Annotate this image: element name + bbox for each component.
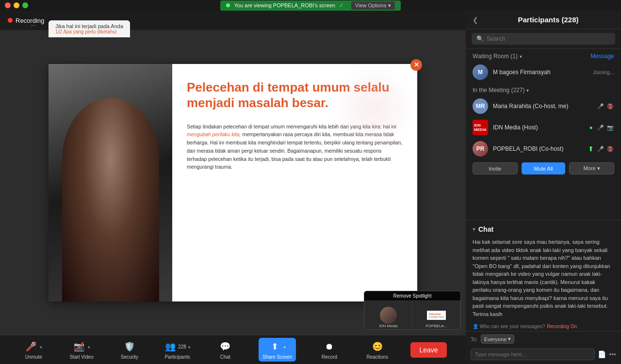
mic-muted-icon: 🎤 — [597, 102, 605, 110]
traffic-lights — [5, 2, 28, 8]
search-icon: 🔍 — [476, 35, 484, 42]
video-off-icon-btn: 📷 — [72, 340, 86, 353]
invite-button[interactable]: Invite — [473, 162, 518, 174]
share-active-icon: ⬆ — [587, 145, 595, 153]
file-icon[interactable]: 📄 — [598, 350, 606, 358]
chat-label: Chat — [220, 354, 230, 360]
search-box: 🔍 — [466, 29, 621, 49]
slide-image-panel — [49, 64, 172, 301]
mic-off-icon: 🎤 — [24, 340, 38, 353]
toolbar-record[interactable]: ⏺ Record — [315, 340, 344, 360]
mini-video-popbela: Pelecehan di tempat umum POPBELA... — [412, 301, 460, 330]
mute-all-button[interactable]: Mute All — [522, 162, 566, 174]
to-everyone-dropdown[interactable]: Everyone ▾ — [481, 334, 514, 344]
participant-list: Waiting Room (1) ▾ Message M M bagoes Fi… — [466, 49, 621, 220]
mini-face-1 — [380, 307, 397, 324]
share-chevron-icon[interactable]: ▲ — [283, 345, 287, 349]
privacy-text: 👤 Who can see your messages? — [473, 324, 545, 329]
slide-back-button[interactable]: ← — [29, 20, 38, 31]
search-input[interactable] — [487, 35, 610, 42]
icons-idn: ● 🎤 📷 — [587, 124, 614, 131]
to-everyone-label: Everyone — [484, 336, 507, 342]
dropdown-chevron-icon: ▾ — [508, 336, 511, 342]
participants-count-badge: 228 — [178, 344, 186, 349]
person-silhouette — [62, 98, 159, 301]
waiting-member-status: Joining... — [593, 69, 614, 75]
unmute-label: Unmute — [25, 354, 42, 360]
dot-active-icon: ● — [587, 124, 595, 131]
icons-maria: 🎤 📵 — [597, 102, 614, 110]
right-panel: ❮ Participants (228) 🔍 Waiting Room (1) … — [466, 11, 621, 364]
close-button[interactable] — [5, 2, 11, 8]
slide-header: Jika hal ini terjadi pada Anda 1/2 Apa y… — [49, 20, 130, 37]
record-label: Record — [322, 354, 337, 360]
remove-spotlight-button[interactable]: Remove Spotlight — [364, 291, 460, 301]
chat-section: ▾ Chat Hai kak selamat sore saya mau ber… — [466, 220, 621, 364]
avatar-initials: M — [478, 69, 483, 76]
waiting-room-header[interactable]: Waiting Room (1) ▾ — [473, 53, 522, 60]
in-meeting-header[interactable]: In the Meeting (227) ▾ — [473, 87, 529, 94]
in-meeting-label: In the Meeting (227) — [473, 87, 524, 94]
share-screen-icon: ⬆ — [268, 340, 282, 353]
panel-chevron-icon: ❮ — [473, 16, 478, 24]
minimize-button[interactable] — [14, 2, 19, 8]
participants-label: Participants — [164, 354, 190, 360]
fullscreen-button[interactable] — [22, 2, 28, 8]
waiting-member-avatar: M — [473, 64, 488, 80]
chat-privacy: 👤 Who can see your messages? Recording O… — [466, 322, 621, 331]
video-off-icon: 📵 — [606, 102, 614, 110]
chat-messages: Hai kak selamat sore saya mau bertanya, … — [466, 238, 621, 322]
checkmark-icon: ✓ — [339, 2, 343, 9]
security-icon: 🛡️ — [123, 340, 136, 353]
screen-share-banner: You are viewing POPBELA_ROBI's screen ✓ … — [220, 0, 400, 11]
toolbar-reactions[interactable]: 😊 Reactions — [363, 340, 392, 360]
chat-input-area: To: Everyone ▾ — [466, 331, 621, 347]
recording-on-label: Recording On — [547, 324, 577, 329]
chat-message-text: Hai kak selamat sore saya mau bertanya, … — [473, 239, 610, 317]
waiting-room-message-link[interactable]: Message — [590, 53, 614, 60]
to-label: To: — [471, 336, 478, 342]
toolbar-share-screen[interactable]: ⬆ ▲ Share Screen — [259, 338, 296, 362]
name-idn: IDN Media (Host) — [493, 124, 582, 131]
view-options-button[interactable]: View Options ▾ — [351, 1, 395, 10]
participant-maria[interactable]: MR Maria Rarahita (Co-host, me) 🎤 📵 — [466, 95, 621, 117]
chat-type-input[interactable] — [471, 348, 595, 360]
unmute-chevron-icon[interactable]: ▲ — [39, 345, 43, 349]
reactions-label: Reactions — [366, 354, 388, 360]
mic-icon-popbela: 🎤 — [597, 145, 605, 153]
participants-chevron-icon[interactable]: ▲ — [187, 345, 191, 349]
slide-close-button[interactable]: ✕ — [410, 59, 422, 71]
participant-idn[interactable]: IDNMEDIA IDN Media (Host) ● 🎤 📷 — [466, 117, 621, 138]
avatar-idn: IDNMEDIA — [473, 120, 488, 135]
mic-icon-idn: 🎤 — [597, 124, 605, 131]
waiting-member-item[interactable]: M M bagoes Firmansyah Joining... — [466, 62, 621, 83]
participants-icon: 👥 — [163, 340, 177, 353]
toolbar-security[interactable]: 🛡️ Security — [115, 340, 144, 360]
slide-main-title: Pelecehan di tempat umum selalu menjadi … — [187, 79, 403, 111]
waiting-member-name: M bagoes Firmansyah — [493, 69, 588, 76]
chat-header[interactable]: ▾ Chat — [466, 221, 621, 238]
toolbar-participants[interactable]: 👥 228 ▲ Participants — [163, 340, 192, 360]
name-popbela: POPBELA_ROBI (Co-host) — [493, 145, 582, 152]
slide-header-subtitle: 1/2 Apa yang perlu diketahui — [55, 29, 123, 34]
participant-popbela[interactable]: PR POPBELA_ROBI (Co-host) ⬆ 🎤 📵 — [466, 138, 621, 159]
slide-body-text: Setiap tindakan pelecehan di tempat umum… — [187, 123, 403, 172]
more-button[interactable]: More ▾ — [569, 162, 614, 174]
avatar-popbela: PR — [473, 141, 488, 157]
banner-text: You are viewing POPBELA_ROBI's screen — [234, 2, 335, 8]
toolbar-start-video[interactable]: 📷 ▲ Start Video — [67, 340, 96, 360]
toolbar-unmute[interactable]: 🎤 ▲ Unmute — [19, 340, 48, 360]
unmute-icon-row: 🎤 ▲ — [24, 340, 43, 353]
leave-button[interactable]: Leave — [410, 342, 446, 358]
security-label: Security — [121, 354, 138, 360]
video-chevron-icon[interactable]: ▲ — [87, 345, 91, 349]
person-image — [49, 64, 172, 301]
record-icon: ⏺ — [323, 340, 336, 353]
recording-dot — [8, 18, 13, 23]
mini-slide: Pelecehan di tempat umum — [427, 311, 446, 320]
banner-dot — [226, 3, 230, 7]
chat-more-icon[interactable]: ••• — [609, 350, 616, 358]
chat-chevron-icon: ▾ — [473, 226, 475, 233]
top-bar: You are viewing POPBELA_ROBI's screen ✓ … — [0, 0, 621, 11]
toolbar-chat[interactable]: 💬 Chat — [211, 340, 240, 360]
